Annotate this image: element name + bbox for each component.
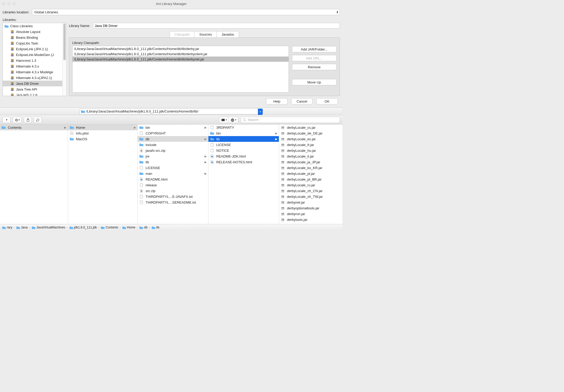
finder-item[interactable]: bin▶ xyxy=(138,125,208,130)
finder-item[interactable]: derbyLocale_ko_KR.jar xyxy=(279,165,342,171)
cancel-button[interactable]: Cancel xyxy=(291,98,313,104)
library-name-input[interactable] xyxy=(93,23,340,29)
library-item[interactable]: Hibernate 4.3.x(JPA2.1) xyxy=(3,75,62,81)
path-segment[interactable]: Java xyxy=(16,226,27,229)
library-item[interactable]: EclipseLink-ModelGen (J xyxy=(3,52,62,58)
finder-path-bar[interactable]: rary›Java›JavaVirtualMachines›jdk1.8.0_1… xyxy=(0,224,342,230)
finder-item[interactable]: derbyrun.jar xyxy=(279,211,342,217)
finder-item[interactable]: db▶ xyxy=(138,136,208,142)
path-segment[interactable]: JavaVirtualMachines xyxy=(32,226,65,229)
finder-item[interactable]: derbynet.jar xyxy=(279,199,342,205)
toolbar-dropdown-1[interactable]: ▾ xyxy=(3,117,10,123)
finder-item[interactable]: release xyxy=(138,182,208,188)
library-item[interactable]: Absolute Layout xyxy=(3,29,62,35)
finder-item[interactable]: COPYRIGHT xyxy=(138,130,208,136)
finder-item[interactable]: derbyLocale_zh_TW.jar xyxy=(279,194,342,199)
tab-javadoc[interactable]: Javadoc xyxy=(217,31,239,37)
library-item[interactable]: CopyLibs Task xyxy=(3,40,62,46)
finder-item[interactable]: NOTICE xyxy=(208,148,279,153)
folder-icon xyxy=(101,226,104,229)
libraries-scrollbar[interactable] xyxy=(62,23,67,96)
path-segment[interactable]: jdk1.8.0_111.jdk xyxy=(69,226,97,229)
path-segment[interactable]: db xyxy=(139,226,147,229)
path-segment[interactable]: lib xyxy=(152,226,159,229)
finder-item[interactable]: include xyxy=(138,142,208,148)
classpath-item[interactable]: /Library/Java/JavaVirtualMachines/jdk1.8… xyxy=(73,57,289,62)
library-item[interactable]: Beans Binding xyxy=(3,35,62,40)
finder-item[interactable]: LICENSE xyxy=(138,165,208,171)
titlebar: Ant Library Manager xyxy=(0,0,342,7)
libraries-list[interactable]: Class LibrariesAbsolute LayoutBeans Bind… xyxy=(3,23,67,96)
finder-item[interactable]: Home▶ xyxy=(68,125,137,130)
finder-item[interactable]: derbyLocale_ja_JP.jar xyxy=(279,159,342,165)
library-item[interactable]: EclipseLink (JPA 2.1) xyxy=(3,46,62,52)
quicklook-button[interactable]: ▾ xyxy=(229,117,238,123)
finder-item[interactable]: derbyLocale_ru.jar xyxy=(279,182,342,188)
help-button[interactable]: Help xyxy=(266,98,287,104)
finder-item[interactable]: bin▶ xyxy=(208,130,279,136)
finder-item[interactable]: THIRDPARTYL…SEREADME.txt xyxy=(138,199,208,205)
ok-button[interactable]: OK xyxy=(316,98,338,104)
tag-button[interactable] xyxy=(34,117,42,123)
classpath-item[interactable]: /Library/Java/JavaVirtualMachines/jdk1.8… xyxy=(73,46,289,51)
finder-item[interactable]: derbyLocale_es.jar xyxy=(279,136,342,142)
path-segment[interactable]: rary xyxy=(2,226,12,229)
finder-item[interactable]: lib▶ xyxy=(138,159,208,165)
finder-item[interactable]: derbyLocale_it.jar xyxy=(279,153,342,159)
add-url-button[interactable]: Add URL... xyxy=(292,55,336,61)
library-item[interactable]: Hamcrest 1.3 xyxy=(3,58,62,63)
tree-root[interactable]: Class Libraries xyxy=(3,23,62,29)
library-item[interactable]: Java Tree API xyxy=(3,86,62,92)
finder-item[interactable]: lib▶ xyxy=(208,136,279,142)
finder-item[interactable]: src.zip xyxy=(138,188,208,194)
tab-sources[interactable]: Sources xyxy=(195,31,217,37)
library-item[interactable]: Java DB Driver xyxy=(3,81,62,86)
library-icon xyxy=(10,64,14,68)
add-jar-button[interactable]: Add JAR/Folder... xyxy=(292,46,336,52)
file-icon xyxy=(139,183,143,187)
finder-item[interactable]: RELEASE-NOTES.html xyxy=(208,159,279,165)
finder-item[interactable]: THIRDPARTYL…E-JAVAFX.txt xyxy=(138,194,208,199)
finder-item[interactable]: derbyLocale_cs.jar xyxy=(279,125,342,130)
libraries-location-select[interactable]: Global Libraries ▴▾ xyxy=(32,9,340,15)
finder-item[interactable]: derbyLocale_pt_BR.jar xyxy=(279,176,342,182)
finder-item[interactable]: derbyLocale_hu.jar xyxy=(279,148,342,153)
window-title: Ant Library Manager xyxy=(0,2,342,6)
classpath-item[interactable]: /Library/Java/JavaVirtualMachines/jdk1.8… xyxy=(73,51,289,57)
share-button[interactable] xyxy=(24,117,32,123)
finder-item[interactable]: derbyLocale_pl.jar xyxy=(279,171,342,176)
library-item[interactable]: JAX-WS 2.2.6 xyxy=(3,92,62,96)
finder-item[interactable]: derbyLocale_de_DE.jar xyxy=(279,130,342,136)
path-segment[interactable]: Home xyxy=(122,226,135,229)
tab-classpath[interactable]: Classpath xyxy=(170,31,195,37)
finder-item[interactable]: Info.plist xyxy=(68,130,137,136)
terminal-button[interactable]: ▾ xyxy=(219,117,229,123)
finder-item[interactable]: MacOS xyxy=(68,136,137,142)
folder-icon xyxy=(2,226,6,229)
finder-path-field[interactable]: /Library/Java/JavaVirtualMachines/jdk1.8… xyxy=(80,109,263,114)
library-item[interactable]: Hibernate 4.3.x Modelge xyxy=(3,69,62,75)
finder-item[interactable]: jre▶ xyxy=(138,153,208,159)
action-menu-button[interactable]: ▾ xyxy=(13,117,22,123)
finder-item[interactable]: derbytools.jar xyxy=(279,217,342,222)
classpath-list[interactable]: /Library/Java/JavaVirtualMachines/jdk1.8… xyxy=(72,46,289,93)
move-up-button[interactable]: Move Up xyxy=(292,79,336,85)
finder-item[interactable]: javafx-src.zip xyxy=(138,148,208,153)
finder-item[interactable]: derbyLocale_zh_CN.jar xyxy=(279,188,342,194)
folder-icon xyxy=(210,131,214,135)
finder-item[interactable]: Contents▶ xyxy=(0,125,68,130)
finder-item[interactable]: man▶ xyxy=(138,171,208,176)
finder-item[interactable]: README-JDK.html xyxy=(208,153,279,159)
library-item[interactable]: Hibernate 4.3.x xyxy=(3,63,62,69)
finder-item[interactable]: derbyLocale_fr.jar xyxy=(279,142,342,148)
chevron-right-icon: ▶ xyxy=(204,137,207,141)
path-history-dropdown[interactable]: ▾ xyxy=(258,109,263,115)
remove-button[interactable]: Remove xyxy=(292,64,336,70)
finder-item[interactable]: README.html xyxy=(138,176,208,182)
finder-item[interactable]: 3RDPARTY xyxy=(208,125,279,130)
finder-search-input[interactable]: Search xyxy=(240,117,340,123)
path-segment[interactable]: Contents xyxy=(101,226,118,229)
finder-item[interactable]: derbyoptionaltools.jar xyxy=(279,205,342,211)
jar-icon xyxy=(281,194,285,199)
finder-item[interactable]: LICENSE xyxy=(208,142,279,148)
